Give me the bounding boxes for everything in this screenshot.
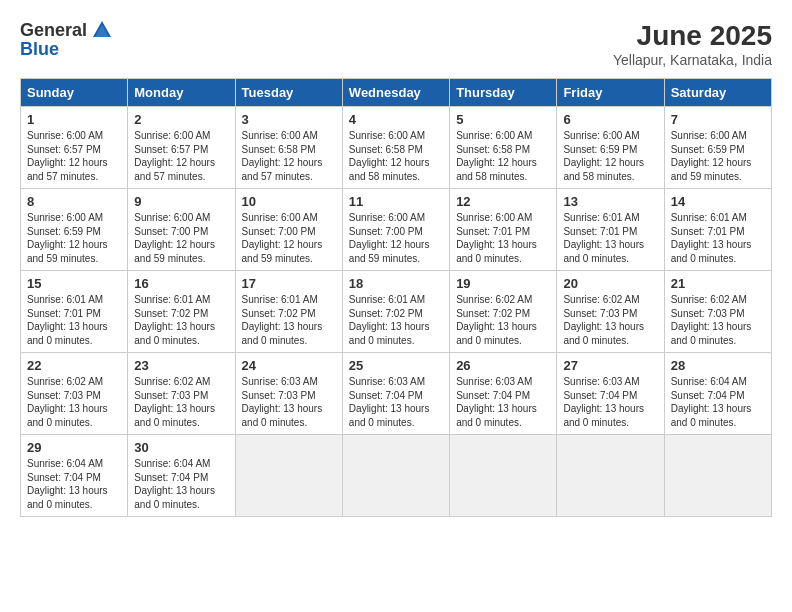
cell-info: Sunrise: 6:00 AMSunset: 7:01 PMDaylight:…	[456, 211, 550, 265]
calendar-cell: 30 Sunrise: 6:04 AMSunset: 7:04 PMDaylig…	[128, 435, 235, 517]
day-number: 24	[242, 358, 336, 373]
title-block: June 2025 Yellapur, Karnataka, India	[613, 20, 772, 68]
calendar-cell	[235, 435, 342, 517]
calendar-cell: 25 Sunrise: 6:03 AMSunset: 7:04 PMDaylig…	[342, 353, 449, 435]
cell-info: Sunrise: 6:00 AMSunset: 6:58 PMDaylight:…	[242, 129, 336, 183]
day-number: 29	[27, 440, 121, 455]
calendar-cell: 23 Sunrise: 6:02 AMSunset: 7:03 PMDaylig…	[128, 353, 235, 435]
cell-info: Sunrise: 6:00 AMSunset: 6:57 PMDaylight:…	[27, 129, 121, 183]
calendar-cell	[557, 435, 664, 517]
col-tuesday: Tuesday	[235, 79, 342, 107]
calendar-cell: 24 Sunrise: 6:03 AMSunset: 7:03 PMDaylig…	[235, 353, 342, 435]
calendar-week-1: 1 Sunrise: 6:00 AMSunset: 6:57 PMDayligh…	[21, 107, 772, 189]
calendar-cell: 26 Sunrise: 6:03 AMSunset: 7:04 PMDaylig…	[450, 353, 557, 435]
calendar-cell	[450, 435, 557, 517]
calendar-cell: 19 Sunrise: 6:02 AMSunset: 7:02 PMDaylig…	[450, 271, 557, 353]
day-number: 28	[671, 358, 765, 373]
day-number: 8	[27, 194, 121, 209]
calendar-cell: 29 Sunrise: 6:04 AMSunset: 7:04 PMDaylig…	[21, 435, 128, 517]
day-number: 14	[671, 194, 765, 209]
calendar-cell: 5 Sunrise: 6:00 AMSunset: 6:58 PMDayligh…	[450, 107, 557, 189]
cell-info: Sunrise: 6:03 AMSunset: 7:04 PMDaylight:…	[456, 375, 550, 429]
day-number: 5	[456, 112, 550, 127]
calendar-cell: 9 Sunrise: 6:00 AMSunset: 7:00 PMDayligh…	[128, 189, 235, 271]
col-wednesday: Wednesday	[342, 79, 449, 107]
day-number: 3	[242, 112, 336, 127]
month-title: June 2025	[613, 20, 772, 52]
day-number: 16	[134, 276, 228, 291]
calendar-table: Sunday Monday Tuesday Wednesday Thursday…	[20, 78, 772, 517]
day-number: 25	[349, 358, 443, 373]
calendar-cell: 1 Sunrise: 6:00 AMSunset: 6:57 PMDayligh…	[21, 107, 128, 189]
calendar-cell: 27 Sunrise: 6:03 AMSunset: 7:04 PMDaylig…	[557, 353, 664, 435]
cell-info: Sunrise: 6:02 AMSunset: 7:03 PMDaylight:…	[563, 293, 657, 347]
day-number: 12	[456, 194, 550, 209]
cell-info: Sunrise: 6:01 AMSunset: 7:02 PMDaylight:…	[134, 293, 228, 347]
cell-info: Sunrise: 6:04 AMSunset: 7:04 PMDaylight:…	[134, 457, 228, 511]
calendar-cell: 13 Sunrise: 6:01 AMSunset: 7:01 PMDaylig…	[557, 189, 664, 271]
calendar-cell: 3 Sunrise: 6:00 AMSunset: 6:58 PMDayligh…	[235, 107, 342, 189]
calendar-cell: 17 Sunrise: 6:01 AMSunset: 7:02 PMDaylig…	[235, 271, 342, 353]
day-number: 17	[242, 276, 336, 291]
cell-info: Sunrise: 6:00 AMSunset: 6:57 PMDaylight:…	[134, 129, 228, 183]
logo-general-text: General	[20, 20, 87, 41]
col-saturday: Saturday	[664, 79, 771, 107]
day-number: 4	[349, 112, 443, 127]
day-number: 13	[563, 194, 657, 209]
cell-info: Sunrise: 6:00 AMSunset: 6:59 PMDaylight:…	[27, 211, 121, 265]
cell-info: Sunrise: 6:00 AMSunset: 7:00 PMDaylight:…	[242, 211, 336, 265]
cell-info: Sunrise: 6:02 AMSunset: 7:03 PMDaylight:…	[27, 375, 121, 429]
calendar-cell: 21 Sunrise: 6:02 AMSunset: 7:03 PMDaylig…	[664, 271, 771, 353]
cell-info: Sunrise: 6:01 AMSunset: 7:02 PMDaylight:…	[349, 293, 443, 347]
day-number: 1	[27, 112, 121, 127]
day-number: 9	[134, 194, 228, 209]
cell-info: Sunrise: 6:01 AMSunset: 7:02 PMDaylight:…	[242, 293, 336, 347]
cell-info: Sunrise: 6:00 AMSunset: 7:00 PMDaylight:…	[349, 211, 443, 265]
cell-info: Sunrise: 6:02 AMSunset: 7:02 PMDaylight:…	[456, 293, 550, 347]
cell-info: Sunrise: 6:00 AMSunset: 6:58 PMDaylight:…	[349, 129, 443, 183]
page-header: General Blue June 2025 Yellapur, Karnata…	[20, 20, 772, 68]
calendar-cell: 7 Sunrise: 6:00 AMSunset: 6:59 PMDayligh…	[664, 107, 771, 189]
calendar-cell: 12 Sunrise: 6:00 AMSunset: 7:01 PMDaylig…	[450, 189, 557, 271]
cell-info: Sunrise: 6:04 AMSunset: 7:04 PMDaylight:…	[27, 457, 121, 511]
cell-info: Sunrise: 6:00 AMSunset: 6:58 PMDaylight:…	[456, 129, 550, 183]
day-number: 15	[27, 276, 121, 291]
col-monday: Monday	[128, 79, 235, 107]
day-number: 6	[563, 112, 657, 127]
calendar-cell: 14 Sunrise: 6:01 AMSunset: 7:01 PMDaylig…	[664, 189, 771, 271]
day-number: 27	[563, 358, 657, 373]
calendar-cell: 10 Sunrise: 6:00 AMSunset: 7:00 PMDaylig…	[235, 189, 342, 271]
logo: General Blue	[20, 20, 113, 60]
col-thursday: Thursday	[450, 79, 557, 107]
calendar-cell: 22 Sunrise: 6:02 AMSunset: 7:03 PMDaylig…	[21, 353, 128, 435]
cell-info: Sunrise: 6:02 AMSunset: 7:03 PMDaylight:…	[671, 293, 765, 347]
calendar-header-row: Sunday Monday Tuesday Wednesday Thursday…	[21, 79, 772, 107]
calendar-cell: 6 Sunrise: 6:00 AMSunset: 6:59 PMDayligh…	[557, 107, 664, 189]
calendar-cell: 28 Sunrise: 6:04 AMSunset: 7:04 PMDaylig…	[664, 353, 771, 435]
day-number: 20	[563, 276, 657, 291]
cell-info: Sunrise: 6:04 AMSunset: 7:04 PMDaylight:…	[671, 375, 765, 429]
calendar-week-4: 22 Sunrise: 6:02 AMSunset: 7:03 PMDaylig…	[21, 353, 772, 435]
day-number: 19	[456, 276, 550, 291]
day-number: 10	[242, 194, 336, 209]
calendar-cell: 20 Sunrise: 6:02 AMSunset: 7:03 PMDaylig…	[557, 271, 664, 353]
calendar-cell	[664, 435, 771, 517]
day-number: 18	[349, 276, 443, 291]
calendar-cell: 15 Sunrise: 6:01 AMSunset: 7:01 PMDaylig…	[21, 271, 128, 353]
cell-info: Sunrise: 6:02 AMSunset: 7:03 PMDaylight:…	[134, 375, 228, 429]
day-number: 11	[349, 194, 443, 209]
calendar-week-2: 8 Sunrise: 6:00 AMSunset: 6:59 PMDayligh…	[21, 189, 772, 271]
day-number: 21	[671, 276, 765, 291]
cell-info: Sunrise: 6:00 AMSunset: 7:00 PMDaylight:…	[134, 211, 228, 265]
day-number: 30	[134, 440, 228, 455]
day-number: 22	[27, 358, 121, 373]
calendar-cell: 16 Sunrise: 6:01 AMSunset: 7:02 PMDaylig…	[128, 271, 235, 353]
cell-info: Sunrise: 6:01 AMSunset: 7:01 PMDaylight:…	[563, 211, 657, 265]
calendar-cell	[342, 435, 449, 517]
logo-blue-text: Blue	[20, 39, 59, 60]
cell-info: Sunrise: 6:00 AMSunset: 6:59 PMDaylight:…	[563, 129, 657, 183]
cell-info: Sunrise: 6:01 AMSunset: 7:01 PMDaylight:…	[27, 293, 121, 347]
cell-info: Sunrise: 6:03 AMSunset: 7:03 PMDaylight:…	[242, 375, 336, 429]
cell-info: Sunrise: 6:03 AMSunset: 7:04 PMDaylight:…	[563, 375, 657, 429]
calendar-cell: 18 Sunrise: 6:01 AMSunset: 7:02 PMDaylig…	[342, 271, 449, 353]
